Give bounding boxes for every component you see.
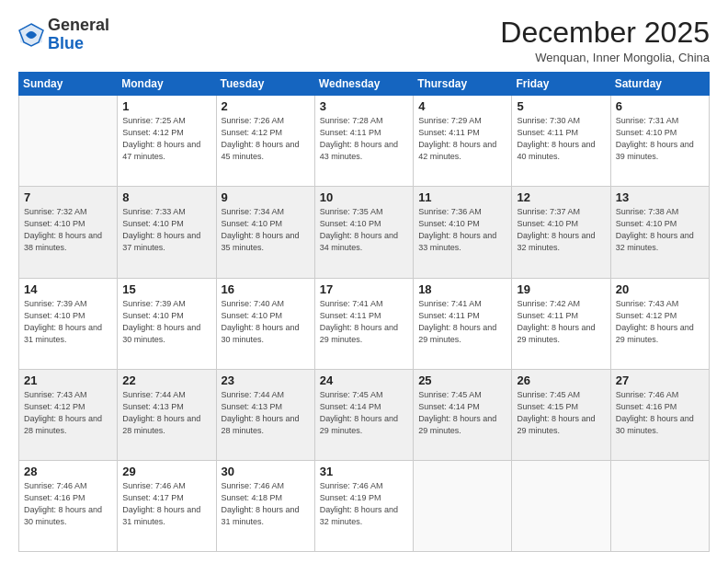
location: Wenquan, Inner Mongolia, China — [500, 51, 710, 64]
weekday-header-monday: Monday — [118, 73, 216, 96]
weekday-header-saturday: Saturday — [610, 73, 709, 96]
calendar-cell: 20Sunrise: 7:43 AMSunset: 4:12 PMDayligh… — [610, 278, 709, 369]
day-info: Sunrise: 7:33 AMSunset: 4:10 PMDaylight:… — [122, 206, 210, 254]
week-row-1: 1Sunrise: 7:25 AMSunset: 4:12 PMDaylight… — [19, 96, 710, 187]
day-number: 5 — [517, 99, 605, 113]
calendar-cell: 5Sunrise: 7:30 AMSunset: 4:11 PMDaylight… — [512, 96, 610, 187]
day-number: 2 — [222, 99, 310, 113]
calendar-cell: 4Sunrise: 7:29 AMSunset: 4:11 PMDaylight… — [414, 96, 512, 187]
page: General Blue December 2025 Wenquan, Inne… — [0, 0, 728, 563]
day-info: Sunrise: 7:45 AMSunset: 4:14 PMDaylight:… — [418, 389, 506, 437]
calendar-cell: 1Sunrise: 7:25 AMSunset: 4:12 PMDaylight… — [118, 96, 216, 187]
day-number: 3 — [320, 99, 408, 113]
day-number: 21 — [24, 373, 112, 387]
calendar-cell: 6Sunrise: 7:31 AMSunset: 4:10 PMDaylight… — [610, 96, 709, 187]
day-number: 29 — [122, 465, 210, 478]
logo-general: General — [48, 16, 109, 34]
calendar-cell — [19, 96, 118, 187]
day-info: Sunrise: 7:45 AMSunset: 4:15 PMDaylight:… — [517, 389, 605, 437]
calendar-cell: 23Sunrise: 7:44 AMSunset: 4:13 PMDayligh… — [216, 369, 314, 460]
weekday-header-wednesday: Wednesday — [314, 73, 413, 96]
day-info: Sunrise: 7:43 AMSunset: 4:12 PMDaylight:… — [616, 298, 704, 346]
calendar-cell: 22Sunrise: 7:44 AMSunset: 4:13 PMDayligh… — [118, 369, 216, 460]
calendar-cell: 27Sunrise: 7:46 AMSunset: 4:16 PMDayligh… — [610, 369, 709, 460]
day-number: 6 — [616, 99, 704, 113]
day-info: Sunrise: 7:35 AMSunset: 4:10 PMDaylight:… — [320, 206, 408, 254]
day-number: 4 — [418, 99, 506, 113]
day-number: 11 — [418, 190, 506, 204]
day-number: 20 — [616, 282, 704, 296]
day-number: 26 — [517, 373, 605, 387]
day-info: Sunrise: 7:25 AMSunset: 4:12 PMDaylight:… — [122, 115, 210, 163]
logo-blue: Blue — [48, 34, 84, 52]
week-row-2: 7Sunrise: 7:32 AMSunset: 4:10 PMDaylight… — [19, 187, 710, 278]
day-info: Sunrise: 7:37 AMSunset: 4:10 PMDaylight:… — [517, 206, 605, 254]
day-number: 18 — [418, 282, 506, 296]
calendar-cell — [414, 460, 512, 551]
weekday-header-friday: Friday — [512, 73, 610, 96]
day-number: 1 — [122, 99, 210, 113]
logo-text: General Blue — [48, 17, 109, 53]
day-info: Sunrise: 7:39 AMSunset: 4:10 PMDaylight:… — [122, 298, 210, 346]
day-info: Sunrise: 7:31 AMSunset: 4:10 PMDaylight:… — [616, 115, 704, 163]
day-number: 14 — [24, 282, 112, 296]
day-info: Sunrise: 7:28 AMSunset: 4:11 PMDaylight:… — [320, 115, 408, 163]
week-row-5: 28Sunrise: 7:46 AMSunset: 4:16 PMDayligh… — [19, 460, 710, 551]
calendar-cell: 21Sunrise: 7:43 AMSunset: 4:12 PMDayligh… — [19, 369, 118, 460]
logo-icon — [18, 22, 44, 48]
logo: General Blue — [18, 17, 109, 53]
calendar-cell: 3Sunrise: 7:28 AMSunset: 4:11 PMDaylight… — [314, 96, 413, 187]
day-number: 28 — [24, 465, 112, 478]
calendar-cell: 16Sunrise: 7:40 AMSunset: 4:10 PMDayligh… — [216, 278, 314, 369]
calendar-cell: 10Sunrise: 7:35 AMSunset: 4:10 PMDayligh… — [314, 187, 413, 278]
calendar-cell: 13Sunrise: 7:38 AMSunset: 4:10 PMDayligh… — [610, 187, 709, 278]
weekday-header-sunday: Sunday — [19, 73, 118, 96]
day-number: 22 — [122, 373, 210, 387]
calendar-table: SundayMondayTuesdayWednesdayThursdayFrid… — [18, 72, 710, 552]
calendar-cell: 14Sunrise: 7:39 AMSunset: 4:10 PMDayligh… — [19, 278, 118, 369]
day-info: Sunrise: 7:45 AMSunset: 4:14 PMDaylight:… — [320, 389, 408, 437]
day-number: 13 — [616, 190, 704, 204]
calendar-cell: 18Sunrise: 7:41 AMSunset: 4:11 PMDayligh… — [414, 278, 512, 369]
day-info: Sunrise: 7:34 AMSunset: 4:10 PMDaylight:… — [222, 206, 310, 254]
day-number: 17 — [320, 282, 408, 296]
day-number: 10 — [320, 190, 408, 204]
day-info: Sunrise: 7:43 AMSunset: 4:12 PMDaylight:… — [24, 389, 112, 437]
day-info: Sunrise: 7:30 AMSunset: 4:11 PMDaylight:… — [517, 115, 605, 163]
day-number: 16 — [222, 282, 310, 296]
day-info: Sunrise: 7:26 AMSunset: 4:12 PMDaylight:… — [222, 115, 310, 163]
title-block: December 2025 Wenquan, Inner Mongolia, C… — [500, 17, 710, 64]
day-number: 19 — [517, 282, 605, 296]
day-number: 24 — [320, 373, 408, 387]
day-info: Sunrise: 7:29 AMSunset: 4:11 PMDaylight:… — [418, 115, 506, 163]
month-title: December 2025 — [500, 17, 710, 49]
day-number: 15 — [122, 282, 210, 296]
weekday-header-tuesday: Tuesday — [216, 73, 314, 96]
calendar-cell: 25Sunrise: 7:45 AMSunset: 4:14 PMDayligh… — [414, 369, 512, 460]
day-info: Sunrise: 7:36 AMSunset: 4:10 PMDaylight:… — [418, 206, 506, 254]
day-info: Sunrise: 7:32 AMSunset: 4:10 PMDaylight:… — [24, 206, 112, 254]
calendar-cell: 30Sunrise: 7:46 AMSunset: 4:18 PMDayligh… — [216, 460, 314, 551]
day-number: 9 — [222, 190, 310, 204]
day-info: Sunrise: 7:46 AMSunset: 4:16 PMDaylight:… — [24, 480, 112, 528]
day-info: Sunrise: 7:44 AMSunset: 4:13 PMDaylight:… — [222, 389, 310, 437]
week-row-3: 14Sunrise: 7:39 AMSunset: 4:10 PMDayligh… — [19, 278, 710, 369]
calendar-cell — [512, 460, 610, 551]
calendar-cell: 19Sunrise: 7:42 AMSunset: 4:11 PMDayligh… — [512, 278, 610, 369]
calendar-cell: 24Sunrise: 7:45 AMSunset: 4:14 PMDayligh… — [314, 369, 413, 460]
header: General Blue December 2025 Wenquan, Inne… — [18, 17, 710, 64]
day-number: 30 — [222, 465, 310, 478]
day-info: Sunrise: 7:46 AMSunset: 4:18 PMDaylight:… — [222, 480, 310, 528]
calendar-cell — [610, 460, 709, 551]
day-info: Sunrise: 7:40 AMSunset: 4:10 PMDaylight:… — [222, 298, 310, 346]
calendar-cell: 8Sunrise: 7:33 AMSunset: 4:10 PMDaylight… — [118, 187, 216, 278]
day-info: Sunrise: 7:38 AMSunset: 4:10 PMDaylight:… — [616, 206, 704, 254]
calendar-cell: 26Sunrise: 7:45 AMSunset: 4:15 PMDayligh… — [512, 369, 610, 460]
day-number: 23 — [222, 373, 310, 387]
calendar-cell: 17Sunrise: 7:41 AMSunset: 4:11 PMDayligh… — [314, 278, 413, 369]
day-info: Sunrise: 7:39 AMSunset: 4:10 PMDaylight:… — [24, 298, 112, 346]
calendar-cell: 12Sunrise: 7:37 AMSunset: 4:10 PMDayligh… — [512, 187, 610, 278]
day-info: Sunrise: 7:41 AMSunset: 4:11 PMDaylight:… — [320, 298, 408, 346]
day-number: 27 — [616, 373, 704, 387]
calendar-cell: 28Sunrise: 7:46 AMSunset: 4:16 PMDayligh… — [19, 460, 118, 551]
